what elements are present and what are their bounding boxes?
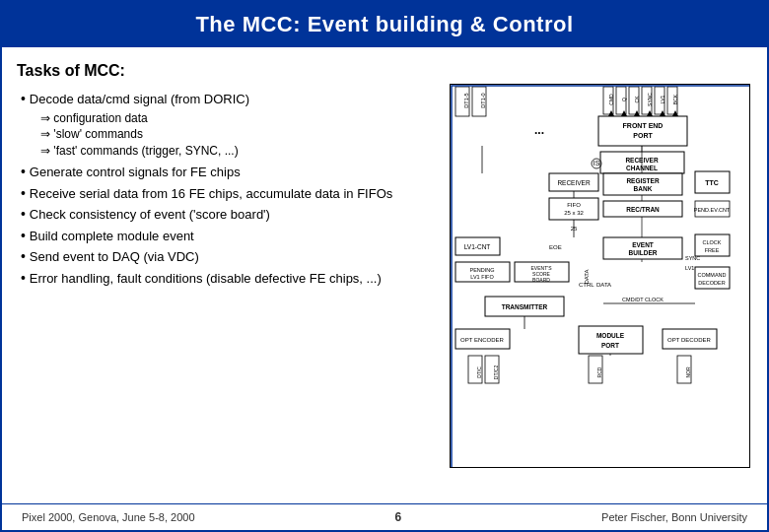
list-item: Send event to DAQ (via VDC) — [17, 247, 437, 267]
svg-text:LV1: LV1 — [660, 95, 665, 103]
svg-text:TRANSMITTER: TRANSMITTER — [501, 303, 547, 310]
list-item: Check consistency of event ('score board… — [17, 205, 437, 225]
footer-center: 6 — [394, 510, 401, 524]
list-item: Decode data/cmd signal (from DORIC) conf… — [17, 90, 437, 161]
svg-text:EOE: EOE — [549, 244, 562, 250]
svg-text:FRONT END: FRONT END — [622, 122, 663, 129]
svg-text:...: ... — [533, 123, 543, 137]
svg-text:DECODER: DECODER — [698, 280, 726, 286]
svg-text:BCK: BCK — [672, 94, 678, 104]
footer-right: Peter Fischer, Bonn University — [601, 511, 747, 523]
svg-text:25 x 32: 25 x 32 — [564, 210, 584, 216]
svg-text:TTC: TTC — [705, 179, 719, 186]
title-text: The MCC: Event building & Control — [195, 12, 573, 36]
svg-text:BOARD: BOARD — [532, 277, 550, 283]
sub-item: 'slow' commands — [36, 126, 437, 143]
svg-rect-16 — [598, 116, 687, 146]
svg-text:RCD: RCD — [596, 366, 602, 377]
svg-text:CK: CK — [634, 95, 640, 102]
svg-text:DT/C: DT/C — [476, 366, 482, 377]
slide-title: The MCC: Event building & Control — [2, 2, 767, 47]
svg-text:BUILDER: BUILDER — [628, 249, 657, 256]
svg-text:SYNC: SYNC — [647, 92, 653, 105]
block-diagram: DT1-5 DT1-0 CMD Q CK SYNC LV1 BCK — [450, 84, 750, 468]
svg-text:FIFO: FIFO — [567, 202, 581, 208]
tasks-title: Tasks of MCC: — [17, 62, 437, 80]
svg-text:PORT: PORT — [600, 342, 618, 349]
list-item: Build complete module event — [17, 227, 437, 246]
list-item: Receive serial data from 16 FE chips, ac… — [17, 184, 437, 204]
footer-left: Pixel 2000, Genova, June 5-8, 2000 — [22, 511, 195, 523]
sub-list: configuration data 'slow' commands 'fast… — [36, 110, 437, 160]
svg-text:COMMAND: COMMAND — [697, 272, 726, 278]
svg-text:REC/TRAN: REC/TRAN — [626, 206, 660, 213]
sub-item: configuration data — [36, 110, 437, 127]
svg-text:Q: Q — [621, 97, 627, 100]
svg-text:CMD/DT CLOCK: CMD/DT CLOCK — [622, 297, 664, 302]
svg-text:LV1 FIFO: LV1 FIFO — [470, 274, 494, 280]
sub-item: 'fast' commands (trigger, SYNC, ...) — [36, 143, 437, 160]
svg-text:NOR: NOR — [685, 366, 691, 378]
slide-container: The MCC: Event building & Control Tasks … — [0, 0, 769, 532]
svg-text:CLOCK: CLOCK — [702, 239, 721, 245]
svg-text:LV1: LV1 — [685, 265, 694, 271]
svg-text:DT1-0: DT1-0 — [480, 93, 486, 107]
svg-text:OPT DECODER: OPT DECODER — [667, 337, 712, 343]
svg-text:PENDING: PENDING — [469, 267, 494, 273]
svg-text:DATA: DATA — [596, 282, 611, 288]
svg-text:CTRL: CTRL — [579, 282, 594, 288]
list-item: Generate control signals for FE chips — [17, 163, 437, 182]
svg-text:SYNC: SYNC — [685, 255, 700, 261]
svg-text:DT1-5: DT1-5 — [463, 93, 469, 107]
svg-text:DT/C2: DT/C2 — [493, 365, 499, 379]
list-item: Error handling, fault conditions (disabl… — [17, 269, 437, 289]
svg-text:PEND.EV.CNT: PEND.EV.CNT — [693, 207, 730, 213]
svg-text:IS: IS — [593, 160, 599, 166]
svg-text:RECEIVER: RECEIVER — [557, 179, 591, 186]
bullet-list: Decode data/cmd signal (from DORIC) conf… — [17, 90, 437, 289]
slide-footer: Pixel 2000, Genova, June 5-8, 2000 6 Pet… — [2, 503, 767, 530]
svg-text:FREE: FREE — [704, 247, 719, 253]
svg-text:BANK: BANK — [633, 185, 652, 192]
svg-text:LV1-CNT: LV1-CNT — [463, 243, 490, 250]
svg-text:PORT: PORT — [633, 132, 653, 139]
svg-rect-78 — [579, 326, 643, 354]
svg-text:EVENT: EVENT — [632, 241, 654, 248]
slide-body: Tasks of MCC: Decode data/cmd signal (fr… — [2, 47, 767, 503]
right-panel: DT1-5 DT1-0 CMD Q CK SYNC LV1 BCK — [447, 57, 752, 494]
left-panel: Tasks of MCC: Decode data/cmd signal (fr… — [17, 57, 437, 494]
svg-text:REGISTER: REGISTER — [626, 177, 660, 184]
svg-text:OPT ENCODER: OPT ENCODER — [460, 337, 505, 343]
svg-text:CMD: CMD — [608, 93, 614, 104]
svg-text:MODULE: MODULE — [595, 332, 624, 339]
